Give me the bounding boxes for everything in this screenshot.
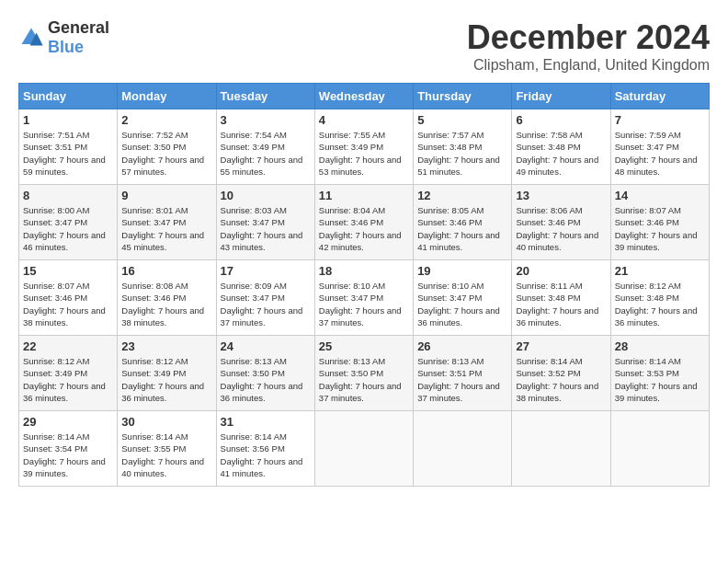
day-info: Sunrise: 8:13 AM Sunset: 3:51 PM Dayligh…: [417, 355, 507, 404]
sunset-text: Sunset: 3:46 PM: [516, 217, 580, 227]
daylight-text: Daylight: 7 hours and 37 minutes.: [221, 305, 303, 327]
sunset-text: Sunset: 3:49 PM: [221, 142, 285, 152]
day-number: 5: [417, 113, 507, 127]
day-number: 12: [417, 189, 507, 202]
sunrise-text: Sunrise: 8:08 AM: [121, 281, 188, 291]
sunrise-text: Sunrise: 8:10 AM: [319, 281, 385, 291]
table-cell: 7 Sunrise: 7:59 AM Sunset: 3:47 PM Dayli…: [610, 109, 709, 185]
header-saturday: Saturday: [610, 84, 709, 109]
sunset-text: Sunset: 3:56 PM: [221, 443, 285, 454]
sunset-text: Sunset: 3:48 PM: [615, 293, 679, 303]
sunrise-text: Sunrise: 8:10 AM: [417, 281, 483, 291]
day-info: Sunrise: 8:13 AM Sunset: 3:50 PM Dayligh…: [221, 355, 311, 404]
header-sunday: Sunday: [19, 84, 118, 109]
table-cell: 31 Sunrise: 8:14 AM Sunset: 3:56 PM Dayl…: [216, 411, 314, 487]
sunset-text: Sunset: 3:55 PM: [121, 443, 186, 454]
table-cell: 17 Sunrise: 8:09 AM Sunset: 3:47 PM Dayl…: [216, 260, 314, 336]
sunrise-text: Sunrise: 7:51 AM: [23, 130, 89, 140]
table-cell: 27 Sunrise: 8:14 AM Sunset: 3:52 PM Dayl…: [512, 336, 610, 411]
day-number: 31: [221, 415, 311, 429]
title-section: December 2024 Clipsham, England, United …: [467, 18, 710, 74]
table-cell: [610, 411, 709, 487]
sunset-text: Sunset: 3:52 PM: [516, 368, 580, 378]
sunset-text: Sunset: 3:50 PM: [319, 368, 383, 378]
day-info: Sunrise: 8:08 AM Sunset: 3:46 PM Dayligh…: [121, 280, 211, 328]
sunrise-text: Sunrise: 8:14 AM: [23, 431, 89, 442]
daylight-text: Daylight: 7 hours and 45 minutes.: [121, 230, 204, 252]
sunrise-text: Sunrise: 7:57 AM: [417, 130, 483, 140]
table-cell: 6 Sunrise: 7:58 AM Sunset: 3:48 PM Dayli…: [512, 109, 610, 185]
sunset-text: Sunset: 3:51 PM: [417, 368, 482, 378]
sunrise-text: Sunrise: 8:07 AM: [615, 205, 681, 215]
day-number: 24: [221, 339, 311, 353]
sunset-text: Sunset: 3:46 PM: [417, 217, 482, 227]
sunset-text: Sunset: 3:49 PM: [319, 142, 383, 152]
day-info: Sunrise: 8:09 AM Sunset: 3:47 PM Dayligh…: [221, 280, 311, 328]
day-number: 11: [319, 189, 409, 202]
day-info: Sunrise: 8:11 AM Sunset: 3:48 PM Dayligh…: [516, 280, 606, 328]
sunset-text: Sunset: 3:53 PM: [615, 368, 679, 378]
table-cell: 8 Sunrise: 8:00 AM Sunset: 3:47 PM Dayli…: [19, 185, 118, 260]
daylight-text: Daylight: 7 hours and 39 minutes.: [23, 456, 106, 478]
header-tuesday: Tuesday: [216, 84, 314, 109]
day-number: 2: [121, 113, 211, 127]
table-cell: 14 Sunrise: 8:07 AM Sunset: 3:46 PM Dayl…: [610, 185, 709, 260]
table-cell: 10 Sunrise: 8:03 AM Sunset: 3:47 PM Dayl…: [216, 185, 314, 260]
sunrise-text: Sunrise: 8:03 AM: [221, 205, 287, 215]
table-cell: [512, 411, 610, 487]
sunrise-text: Sunrise: 7:55 AM: [319, 130, 385, 140]
daylight-text: Daylight: 7 hours and 40 minutes.: [121, 456, 204, 478]
sunset-text: Sunset: 3:47 PM: [319, 293, 383, 303]
sunset-text: Sunset: 3:47 PM: [417, 293, 482, 303]
sunset-text: Sunset: 3:46 PM: [121, 293, 186, 303]
header-thursday: Thursday: [414, 84, 512, 109]
day-number: 9: [121, 189, 211, 202]
day-info: Sunrise: 8:12 AM Sunset: 3:49 PM Dayligh…: [23, 355, 113, 404]
sunset-text: Sunset: 3:50 PM: [121, 142, 186, 152]
day-number: 13: [516, 189, 606, 202]
sunrise-text: Sunrise: 8:14 AM: [615, 356, 681, 366]
table-cell: 16 Sunrise: 8:08 AM Sunset: 3:46 PM Dayl…: [118, 260, 216, 336]
sunset-text: Sunset: 3:47 PM: [23, 217, 87, 227]
table-cell: 13 Sunrise: 8:06 AM Sunset: 3:46 PM Dayl…: [512, 185, 610, 260]
day-info: Sunrise: 8:14 AM Sunset: 3:54 PM Dayligh…: [23, 431, 113, 479]
daylight-text: Daylight: 7 hours and 36 minutes.: [615, 305, 698, 327]
day-info: Sunrise: 8:05 AM Sunset: 3:46 PM Dayligh…: [417, 204, 507, 253]
day-info: Sunrise: 7:58 AM Sunset: 3:48 PM Dayligh…: [516, 129, 606, 178]
table-cell: 22 Sunrise: 8:12 AM Sunset: 3:49 PM Dayl…: [19, 336, 118, 411]
daylight-text: Daylight: 7 hours and 49 minutes.: [516, 155, 598, 177]
sunrise-text: Sunrise: 8:07 AM: [23, 281, 89, 291]
daylight-text: Daylight: 7 hours and 36 minutes.: [23, 381, 106, 403]
day-info: Sunrise: 8:04 AM Sunset: 3:46 PM Dayligh…: [319, 204, 409, 253]
daylight-text: Daylight: 7 hours and 40 minutes.: [516, 230, 598, 252]
day-number: 10: [221, 189, 311, 202]
daylight-text: Daylight: 7 hours and 53 minutes.: [319, 155, 402, 177]
sunset-text: Sunset: 3:46 PM: [615, 217, 679, 227]
day-number: 27: [516, 339, 606, 353]
table-cell: 28 Sunrise: 8:14 AM Sunset: 3:53 PM Dayl…: [610, 336, 709, 411]
day-info: Sunrise: 8:07 AM Sunset: 3:46 PM Dayligh…: [615, 204, 705, 253]
daylight-text: Daylight: 7 hours and 43 minutes.: [221, 230, 303, 252]
sunrise-text: Sunrise: 7:52 AM: [121, 130, 188, 140]
day-info: Sunrise: 8:13 AM Sunset: 3:50 PM Dayligh…: [319, 355, 409, 404]
calendar-subtitle: Clipsham, England, United Kingdom: [467, 57, 710, 74]
sunrise-text: Sunrise: 7:54 AM: [221, 130, 287, 140]
daylight-text: Daylight: 7 hours and 42 minutes.: [319, 230, 402, 252]
sunset-text: Sunset: 3:47 PM: [221, 293, 285, 303]
sunrise-text: Sunrise: 8:12 AM: [23, 356, 89, 366]
daylight-text: Daylight: 7 hours and 41 minutes.: [221, 456, 303, 478]
sunrise-text: Sunrise: 8:04 AM: [319, 205, 385, 215]
daylight-text: Daylight: 7 hours and 36 minutes.: [221, 381, 303, 403]
day-number: 30: [121, 415, 211, 429]
table-cell: 15 Sunrise: 8:07 AM Sunset: 3:46 PM Dayl…: [19, 260, 118, 336]
day-info: Sunrise: 7:57 AM Sunset: 3:48 PM Dayligh…: [417, 129, 507, 178]
week-row-5: 29 Sunrise: 8:14 AM Sunset: 3:54 PM Dayl…: [19, 411, 710, 487]
table-cell: 29 Sunrise: 8:14 AM Sunset: 3:54 PM Dayl…: [19, 411, 118, 487]
day-number: 15: [23, 264, 113, 278]
day-info: Sunrise: 8:12 AM Sunset: 3:49 PM Dayligh…: [121, 355, 211, 404]
week-row-3: 15 Sunrise: 8:07 AM Sunset: 3:46 PM Dayl…: [19, 260, 710, 336]
sunrise-text: Sunrise: 8:05 AM: [417, 205, 483, 215]
table-cell: 23 Sunrise: 8:12 AM Sunset: 3:49 PM Dayl…: [118, 336, 216, 411]
daylight-text: Daylight: 7 hours and 55 minutes.: [221, 155, 303, 177]
day-number: 28: [615, 339, 705, 353]
